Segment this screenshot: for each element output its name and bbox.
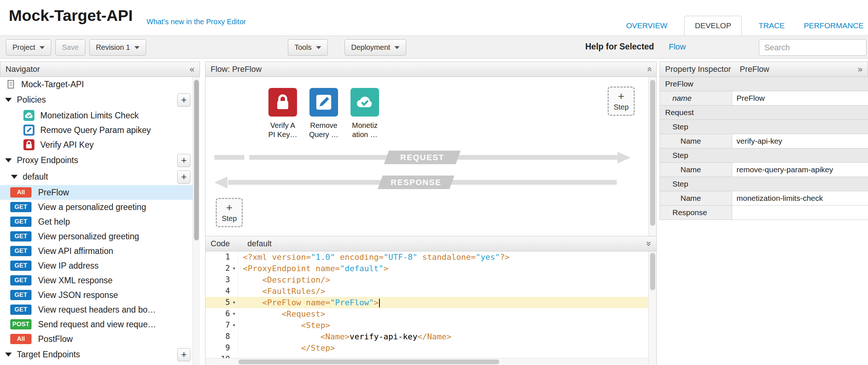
nav-flow-item[interactable]: AllPreFlow: [0, 185, 200, 200]
nav-endpoint-group-default[interactable]: default+: [0, 169, 200, 185]
line-gutter: 7▾: [205, 320, 238, 331]
code-text: <Request>: [238, 308, 325, 320]
collapse-left-icon[interactable]: «: [190, 65, 194, 74]
section-label: Proxy Endpoints: [17, 155, 104, 165]
tab-develop[interactable]: DEVELOP: [684, 16, 742, 36]
cloud-check-icon: [23, 110, 34, 121]
nav-policy-item[interactable]: Monetization Limits Check: [0, 108, 200, 123]
add-target-endpoint-button[interactable]: +: [177, 348, 190, 361]
flow-step-pencil-icon[interactable]: [309, 88, 338, 117]
scrollbar-thumb[interactable]: [650, 80, 655, 226]
property-inspector-table: PreFlownamePreFlowRequestStepNameverify-…: [660, 77, 868, 220]
code-line: 6▾ <Request>: [205, 308, 656, 320]
nav-flow-item[interactable]: GETView personalized greeting: [0, 229, 200, 244]
whats-new-link[interactable]: What's new in the Proxy Editor: [146, 18, 246, 26]
add-step-button-request[interactable]: + Step: [608, 86, 635, 116]
nav-flow-item[interactable]: GETView XML response: [0, 273, 200, 288]
method-badge: GET: [10, 305, 31, 315]
code-panel-header: Code default »: [205, 236, 657, 251]
inspector-section-row: Step: [660, 120, 868, 134]
code-vertical-scrollbar[interactable]: [648, 251, 656, 365]
property-value[interactable]: [732, 206, 868, 220]
navigator-tree: Mock-Target-APIPolicies+Monetization Lim…: [0, 77, 200, 365]
line-number: 1: [225, 251, 230, 263]
add-proxy-endpoint-button[interactable]: +: [177, 154, 190, 167]
flow-scrollbar[interactable]: [648, 77, 656, 236]
scrollbar-thumb[interactable]: [238, 360, 499, 364]
property-value[interactable]: monetization-limits-check: [732, 191, 868, 205]
method-badge: GET: [10, 275, 31, 285]
request-label: REQUEST: [400, 153, 444, 162]
nav-flow-item[interactable]: GETView IP address: [0, 258, 200, 273]
nav-policy-item[interactable]: Remove Query Param apikey: [0, 123, 200, 137]
collapse-down-icon[interactable]: »: [644, 241, 653, 246]
flow-label: View IP address: [38, 261, 124, 271]
nav-policy-item[interactable]: Verify API Key: [0, 137, 200, 152]
help-flow-link[interactable]: Flow: [669, 42, 686, 52]
plus-icon: +: [226, 203, 233, 213]
property-value[interactable]: remove-query-param-apikey: [732, 163, 868, 177]
nav-section-policies[interactable]: Policies+: [0, 92, 200, 108]
flow-label: PostFlow: [38, 334, 99, 344]
deployment-button[interactable]: Deployment: [345, 39, 407, 56]
project-button[interactable]: Project: [6, 39, 51, 56]
fold-arrow-icon[interactable]: ▾: [230, 263, 238, 274]
flow-step-cloud-check-icon[interactable]: [350, 88, 379, 117]
caret-down-icon: [5, 98, 12, 102]
code-editor[interactable]: 1<?xml version="1.0" encoding="UTF-8" st…: [205, 251, 657, 365]
fold-arrow-icon[interactable]: ▾: [230, 320, 238, 331]
policy-label: Verify API Key: [40, 140, 119, 150]
property-value[interactable]: verify-api-key: [732, 134, 868, 148]
code-text: <FaultRules/>: [238, 285, 325, 297]
code-horizontal-scrollbar[interactable]: [205, 358, 648, 365]
navigator-scrollbar[interactable]: [193, 77, 200, 365]
property-inspector-header: Property Inspector PreFlow »: [660, 62, 868, 77]
flow-label: View JSON response: [38, 290, 144, 300]
policy-label: Monetization Limits Check: [40, 111, 164, 121]
save-button[interactable]: Save: [55, 39, 85, 56]
collapse-up-icon[interactable]: »: [644, 67, 653, 71]
inspector-property-row: Response: [660, 206, 868, 220]
main-tabs: OVERVIEWDEVELOPTRACEPERFORMANCE: [609, 13, 868, 36]
nav-flow-item[interactable]: GETGet help: [0, 214, 200, 229]
nav-flow-item[interactable]: AllPostFlow: [0, 332, 200, 346]
property-key: Response: [660, 206, 732, 220]
help-for-selected-label: Help for Selected: [585, 42, 654, 52]
code-line: 8 <Name>verify-api-key</Name>: [205, 331, 656, 342]
fold-arrow-icon[interactable]: ▾: [230, 308, 238, 320]
nav-flow-item[interactable]: GETView API affirmation: [0, 244, 200, 258]
app-header: Mock-Target-API What's new in the Proxy …: [0, 0, 868, 36]
tab-trace[interactable]: TRACE: [756, 16, 787, 36]
nav-flow-item[interactable]: GETView request headers and bo…: [0, 302, 200, 317]
pencil-icon: [23, 125, 34, 136]
tools-button[interactable]: Tools: [288, 39, 328, 56]
add-policy-button[interactable]: +: [177, 93, 190, 107]
flow-step-lock-icon[interactable]: [268, 88, 297, 117]
response-label: RESPONSE: [390, 178, 441, 187]
revision-button[interactable]: Revision 1: [89, 39, 146, 56]
tab-overview[interactable]: OVERVIEW: [624, 16, 669, 36]
search-input[interactable]: [759, 39, 867, 56]
page-title: Mock-Target-API: [9, 7, 133, 25]
cloud-check-icon: [350, 92, 379, 113]
nav-root-item[interactable]: Mock-Target-API: [0, 77, 200, 92]
inspector-property-row: Namemonetization-limits-check: [660, 191, 868, 206]
scrollbar-thumb[interactable]: [194, 80, 199, 240]
property-value[interactable]: PreFlow: [732, 91, 868, 105]
save-button-label: Save: [62, 43, 79, 52]
nav-section-proxy-endpoints[interactable]: Proxy Endpoints+: [0, 152, 200, 169]
nav-flow-item[interactable]: GETView a personalized greeting: [0, 200, 200, 214]
expand-right-icon[interactable]: »: [858, 65, 863, 74]
nav-flow-item[interactable]: GETView JSON response: [0, 288, 200, 302]
add-step-button-response[interactable]: + Step: [216, 198, 243, 227]
nav-section-target-endpoints[interactable]: Target Endpoints+: [0, 346, 200, 363]
nav-flow-item[interactable]: POSTSend request and view reque…: [0, 317, 200, 332]
lock-icon: [23, 139, 34, 150]
line-gutter: 4: [205, 285, 238, 297]
fold-arrow-icon[interactable]: ▾: [230, 297, 238, 308]
scrollbar-thumb[interactable]: [650, 253, 655, 290]
line-gutter: 2▾: [205, 263, 238, 274]
tab-performance[interactable]: PERFORMANCE: [802, 16, 866, 36]
line-gutter: 3: [205, 274, 238, 285]
add-flow-button[interactable]: +: [177, 170, 190, 184]
